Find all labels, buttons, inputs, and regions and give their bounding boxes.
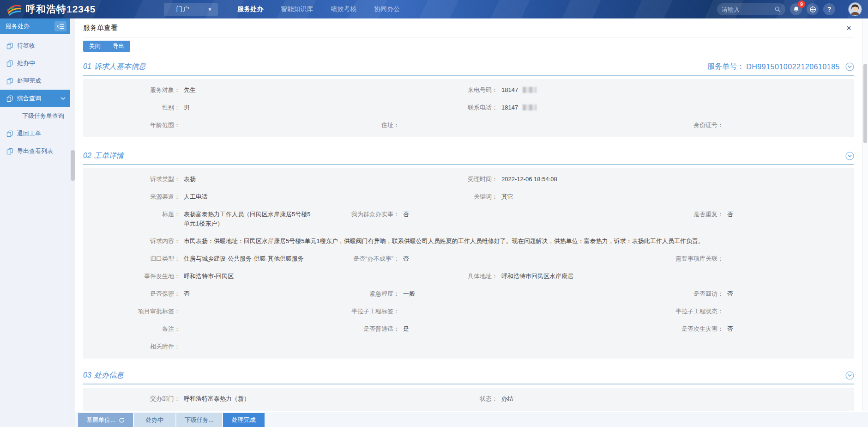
section-body: 诉求类型：表扬受理时间：2022-12-06 18:54:08来源渠道：人工电话… [83,168,854,359]
section-name: 工单详情 [94,152,124,159]
close-button[interactable]: 关闭 [83,41,107,52]
field-label: 性别： [83,103,180,112]
section-header: 01诉求人基本信息服务单号：DH9915010022120610185 [83,62,854,76]
bottom-tab-4[interactable]: 处理完成 [223,413,265,427]
form-field: 我为群众办实事：否 [314,206,591,223]
field-label: 住址： [314,121,399,130]
field-value: 是 [403,324,591,334]
form-field: 是否回访：否 [591,285,854,303]
field-value: 否 [184,289,314,299]
form-field: 需要事项库关联： [591,250,854,268]
section-title: 01诉求人基本信息 [83,62,146,72]
navbar-divider [842,5,842,14]
field-value: 呼和浩特市回民区水岸康居 [501,272,854,281]
field-label: 状态： [415,394,498,403]
form-field: 归口类型：住房与城乡建设-公共服务-供暖-其他供暖服务 [83,250,314,268]
search-input[interactable] [722,6,774,13]
form-row: 交办部门：呼和浩特富泰热力（新）状态：办结 [83,390,854,408]
refresh-icon[interactable] [119,417,125,423]
bottom-tab-1[interactable]: 基层单位... [78,413,133,427]
field-label: 交办部门： [83,394,180,403]
form-field: 项目审批标签： [83,303,314,320]
form-field: 具体地址：呼和浩特市回民区水岸康居 [415,268,854,285]
notifications-button[interactable]: 9 [790,3,802,15]
nav-item-2[interactable]: 智能知识库 [281,5,313,13]
form-row: 标题：表扬富泰热力工作人员（回民区水岸康居5号楼5单元1楼东户）我为群众办实事：… [83,206,854,232]
help-button[interactable]: ? [823,3,835,15]
field-value: 否 [403,210,591,219]
form-field: 是否次生灾害：否 [591,320,854,338]
search-icon[interactable] [774,6,781,12]
form-row: 年龄范围：住址：身份证号： [83,116,854,134]
field-value-text: 否 [727,290,733,297]
sidebar-item-4[interactable]: 综合查询 [0,90,70,107]
sidebar: 服务处办 待签收处办中处理完成综合查询下级任务单查询退回工单导出查看列表 [0,18,70,427]
sidebar-item-label: 下级任务单查询 [22,112,66,120]
field-value-text: 否 [184,290,190,297]
export-button[interactable]: 导出 [107,41,130,52]
form-field: 是否重复：否 [591,206,854,223]
masked-digits [523,104,536,110]
close-icon[interactable]: × [844,23,854,33]
sidebar-item-label: 综合查询 [17,94,57,103]
content-scrollbar-thumb[interactable] [863,64,867,143]
form-field: 诉求类型：表扬 [83,171,415,188]
bottom-tab-2[interactable]: 处办中 [134,413,175,427]
field-value-text: 是 [403,325,409,332]
field-value: 表扬富泰热力工作人员（回民区水岸康居5号楼5单元1楼东户） [184,210,314,228]
field-value-text: 人工电话 [184,193,208,200]
field-label: 项目审批标签： [83,307,180,316]
help-icon: ? [827,6,832,13]
field-value: 办结 [501,394,854,403]
collapse-sidebar-icon[interactable] [54,21,66,31]
apps-button[interactable] [807,3,819,15]
document-copy-icon [6,148,13,155]
sidebar-scrollbar [70,18,75,427]
form-field: 年龄范围： [83,116,314,134]
document-copy-icon [6,130,13,137]
form-field: 受理时间：2022-12-06 18:54:08 [415,171,854,188]
section-index: 03 [83,371,91,379]
portal-menu-button[interactable]: 门户 ▼ [164,3,218,16]
form-row: 备注：是否普通话：是是否次生灾害：否 [83,320,854,338]
field-label: 半拉子工程标签： [314,307,399,316]
document-copy-icon [6,95,13,102]
sidebar-item-3[interactable]: 处理完成 [0,72,70,90]
workspace: 服务处办 待签收处办中处理完成综合查询下级任务单查询退回工单导出查看列表 服务单… [0,18,868,427]
section-header: 03处办信息 [83,371,854,384]
sidebar-item-6[interactable]: 退回工单 [0,125,70,142]
field-label: 事件发生地： [83,272,180,281]
field-value-text: 呼和浩特富泰热力（新） [184,395,250,402]
sidebar-scrollbar-thumb[interactable] [71,150,75,181]
nav-item-1[interactable]: 服务处办 [237,5,263,13]
content-header: 服务单查看 × [83,18,854,37]
bottom-tab-3[interactable]: 下级任务... [176,413,222,427]
sidebar-item-label: 待签收 [17,42,66,50]
section-body: 交办部门：呼和浩特富泰热力（新）状态：办结 [83,388,854,411]
sidebar-item-label: 处理完成 [17,77,66,85]
document-copy-icon [6,43,13,49]
section-collapse-icon[interactable] [845,371,854,380]
field-label: 是否回访： [591,289,723,299]
field-label: 服务对象： [83,85,180,95]
sidebar-item-1[interactable]: 待签收 [0,37,70,55]
top-navbar: 呼和浩特12345 门户 ▼ 服务处办智能知识库绩效考核协同办公 9 [0,0,868,18]
user-avatar[interactable] [849,3,862,16]
section-collapse-icon[interactable] [845,152,854,160]
field-value: 呼和浩特富泰热力（新） [184,394,415,403]
section-index: 02 [83,152,91,159]
form-field: 是否“办不成事”：否 [314,250,591,268]
field-label: 是否重复： [591,210,723,219]
sidebar-item-2[interactable]: 处办中 [0,55,70,72]
sidebar-item-5[interactable]: 下级任务单查询 [0,107,70,125]
caret-down-icon[interactable]: ▼ [201,7,218,12]
nav-item-4[interactable]: 协同办公 [374,5,400,13]
bottom-tab-label: 下级任务... [185,416,214,424]
nav-search[interactable] [717,3,785,15]
section-collapse-icon[interactable] [845,62,854,71]
section-name: 诉求人基本信息 [94,62,146,70]
form-field: 是否普通话：是 [314,320,591,338]
nav-item-3[interactable]: 绩效考核 [331,5,356,13]
field-value-text: 办结 [501,395,513,402]
sidebar-item-7[interactable]: 导出查看列表 [0,142,70,160]
